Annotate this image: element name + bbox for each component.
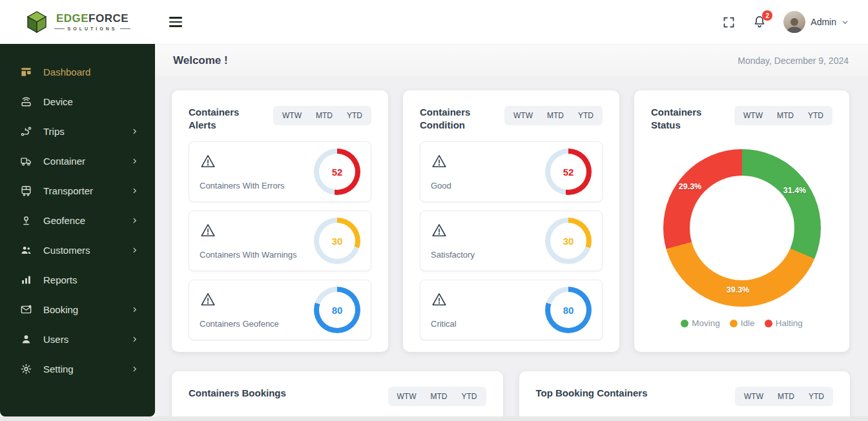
tab-mtd[interactable]: MTD [540, 108, 571, 123]
chevron-right-icon [131, 365, 138, 373]
stat-label: Good [431, 181, 451, 190]
logo-dash [54, 28, 65, 29]
sidebar-item-trips[interactable]: Trips [0, 116, 155, 146]
tab-ytd[interactable]: YTD [455, 389, 484, 404]
sidebar-nav: Dashboard Device Trips Container [0, 44, 155, 416]
legend-item-halting[interactable]: Halting [765, 318, 803, 328]
notification-badge: 2 [762, 10, 772, 21]
warning-icon [431, 222, 448, 239]
topbar: 2 Admin [155, 0, 868, 44]
card-title: Containers Status [651, 106, 728, 131]
main-area: 2 Admin Welcome ! Monday, December 9, 20… [155, 0, 868, 421]
legend-item-idle[interactable]: Idle [730, 318, 755, 328]
tab-mtd[interactable]: MTD [309, 108, 340, 123]
tab-mtd[interactable]: MTD [424, 389, 455, 404]
trips-icon [19, 125, 32, 138]
warning-icon [431, 153, 448, 170]
sidebar-item-reports[interactable]: Reports [0, 265, 155, 294]
stat-row-critical: Critical 80 [420, 280, 603, 340]
stat-label: Critical [431, 319, 457, 329]
horizontal-scrollbar[interactable] [0, 416, 868, 421]
tab-wtw[interactable]: WTW [390, 389, 424, 404]
dashboard-content: Containers Alerts WTW MTD YTD Containers… [155, 76, 868, 416]
sidebar-item-label: Customers [43, 245, 90, 255]
sidebar-item-container[interactable]: Container [0, 146, 155, 176]
chevron-right-icon [131, 306, 138, 313]
chevron-right-icon [131, 217, 138, 224]
ring-value: 30 [563, 236, 574, 247]
period-tabs: WTW MTD YTD [504, 106, 603, 125]
card-title: Containers Bookings [189, 387, 286, 400]
setting-icon [19, 362, 32, 375]
slice-label-halting: 29.3% [679, 182, 701, 191]
period-tabs: WTW MTD YTD [273, 106, 371, 125]
cards-row-1: Containers Alerts WTW MTD YTD Containers… [172, 90, 850, 352]
chart-legend: Moving Idle Halting [651, 318, 832, 328]
sidebar-item-label: Transporter [43, 186, 93, 196]
ring-value: 30 [332, 236, 343, 247]
fullscreen-button[interactable] [722, 15, 736, 29]
sidebar-item-users[interactable]: Users [0, 324, 155, 354]
sidebar-item-label: Users [43, 334, 68, 344]
sidebar-item-setting[interactable]: Setting [0, 354, 155, 384]
tab-wtw[interactable]: WTW [737, 389, 770, 404]
warning-icon [200, 222, 216, 239]
customers-icon [19, 243, 32, 256]
current-date: Monday, December 9, 2024 [738, 56, 849, 66]
chevron-right-icon [131, 336, 138, 343]
ring-value: 80 [563, 305, 574, 316]
brand-name: EDGEFORCE SOLUTIONS [54, 13, 131, 31]
tab-mtd[interactable]: MTD [770, 108, 801, 123]
slice-label-idle: 39.3% [727, 285, 749, 294]
ring-value: 52 [332, 167, 343, 178]
tab-mtd[interactable]: MTD [770, 389, 801, 404]
tab-ytd[interactable]: YTD [571, 108, 601, 123]
stat-label: Satisfactory [431, 250, 475, 260]
brand-tagline: SOLUTIONS [68, 26, 118, 31]
ring-value: 52 [563, 167, 574, 178]
container-icon [19, 154, 32, 167]
sidebar-item-device[interactable]: Device [0, 87, 155, 116]
stat-row-geofence: Containers Geofence 80 [189, 280, 371, 340]
progress-ring: 80 [545, 287, 592, 333]
stat-label: Containers Geofence [200, 319, 279, 329]
sidebar-item-transporter[interactable]: Transporter [0, 176, 155, 205]
sidebar-item-geofence[interactable]: Geofence [0, 205, 155, 235]
tab-ytd[interactable]: YTD [340, 108, 369, 123]
reports-icon [19, 273, 32, 286]
sidebar-item-booking[interactable]: Booking [0, 294, 155, 324]
user-menu[interactable]: Admin [783, 11, 849, 33]
menu-toggle-button[interactable] [169, 17, 182, 27]
tab-ytd[interactable]: YTD [801, 389, 831, 404]
top-booking-containers-card: Top Booking Containers WTW MTD YTD [519, 371, 851, 421]
sidebar-item-label: Dashboard [43, 67, 90, 77]
legend-item-moving[interactable]: Moving [681, 318, 720, 328]
notifications-button[interactable]: 2 [752, 15, 767, 29]
donut-hole [690, 176, 794, 280]
tab-wtw[interactable]: WTW [736, 108, 770, 123]
sidebar-item-customers[interactable]: Customers [0, 235, 155, 265]
sidebar-item-label: Container [43, 156, 85, 166]
containers-alerts-card: Containers Alerts WTW MTD YTD Containers… [172, 90, 388, 352]
card-title: Top Booking Containers [536, 387, 648, 400]
legend-label: Moving [692, 318, 720, 328]
tab-ytd[interactable]: YTD [801, 108, 831, 123]
avatar [783, 11, 805, 33]
warning-icon [200, 291, 216, 308]
sidebar-item-label: Reports [43, 275, 78, 285]
users-icon [19, 333, 32, 345]
progress-ring: 30 [545, 218, 592, 264]
progress-ring: 52 [314, 149, 360, 195]
ring-value: 80 [332, 305, 343, 316]
containers-status-card: Containers Status WTW MTD YTD 31.4% 39.3… [634, 90, 849, 352]
progress-ring: 80 [314, 287, 360, 333]
tab-wtw[interactable]: WTW [275, 108, 309, 123]
sidebar-item-label: Geofence [43, 216, 85, 225]
sidebar-item-dashboard[interactable]: Dashboard [0, 57, 155, 87]
stat-row-satisfactory: Satisfactory 30 [420, 211, 603, 271]
legend-label: Halting [776, 318, 803, 328]
geofence-icon [19, 214, 32, 227]
warning-icon [200, 153, 216, 170]
progress-ring: 52 [545, 149, 592, 195]
tab-wtw[interactable]: WTW [506, 108, 540, 123]
